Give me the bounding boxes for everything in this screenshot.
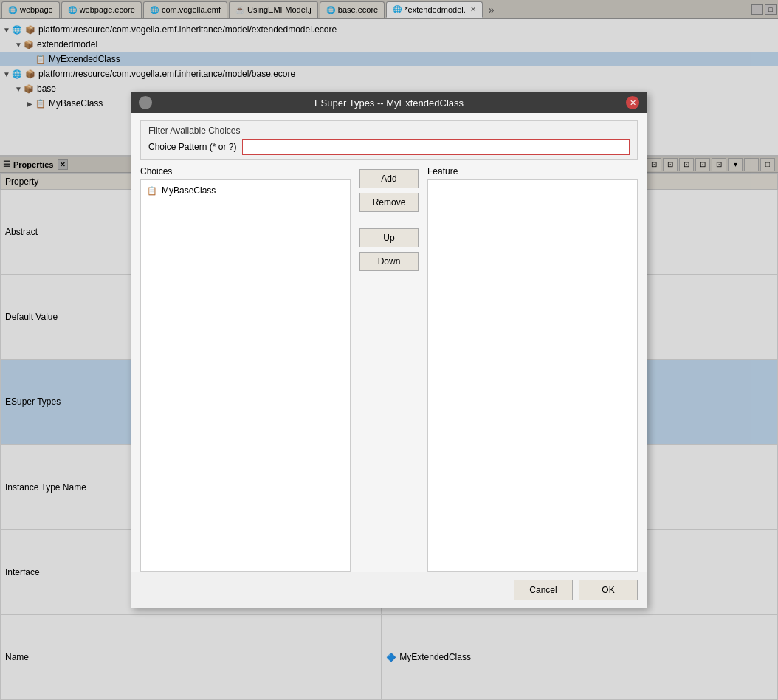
modal-header: ESuper Types -- MyExtendedClass ✕ bbox=[131, 92, 647, 113]
filter-row: Choice Pattern (* or ?) bbox=[148, 139, 630, 155]
up-button[interactable]: Up bbox=[359, 228, 419, 247]
choice-item-mybaseclass[interactable]: 📋 MyBaseClass bbox=[144, 183, 347, 198]
modal-footer: Cancel OK bbox=[131, 572, 647, 608]
choice-pattern-label: Choice Pattern (* or ?) bbox=[148, 142, 236, 152]
choices-label: Choices bbox=[140, 166, 351, 176]
modal-close-controls: ✕ bbox=[626, 96, 639, 109]
choice-pattern-input[interactable] bbox=[242, 139, 630, 155]
choice-class-icon: 📋 bbox=[147, 186, 157, 196]
modal-title: ESuper Types -- MyExtendedClass bbox=[152, 97, 626, 109]
cancel-button[interactable]: Cancel bbox=[514, 580, 573, 600]
feature-label: Feature bbox=[427, 166, 638, 176]
choices-section: Choices 📋 MyBaseClass bbox=[140, 166, 351, 572]
add-button[interactable]: Add bbox=[359, 169, 419, 188]
choice-item-label: MyBaseClass bbox=[162, 185, 216, 196]
filter-section: Filter Available Choices Choice Pattern … bbox=[140, 120, 638, 160]
feature-section: Feature bbox=[427, 166, 638, 572]
modal-minimize-button[interactable] bbox=[139, 96, 152, 109]
choices-feature-area: Choices 📋 MyBaseClass Add Remove Up Down… bbox=[140, 166, 638, 572]
remove-button[interactable]: Remove bbox=[359, 193, 419, 212]
modal-close-button[interactable]: ✕ bbox=[626, 96, 639, 109]
filter-section-label: Filter Available Choices bbox=[148, 126, 630, 136]
feature-list[interactable] bbox=[427, 179, 638, 572]
ok-button[interactable]: OK bbox=[579, 580, 638, 600]
modal-window-controls bbox=[139, 96, 152, 109]
modal-overlay: ESuper Types -- MyExtendedClass ✕ Filter… bbox=[0, 0, 778, 700]
choices-list[interactable]: 📋 MyBaseClass bbox=[140, 179, 351, 572]
modal-dialog: ESuper Types -- MyExtendedClass ✕ Filter… bbox=[131, 92, 647, 608]
action-buttons-column: Add Remove Up Down bbox=[351, 166, 427, 572]
down-button[interactable]: Down bbox=[359, 252, 419, 271]
